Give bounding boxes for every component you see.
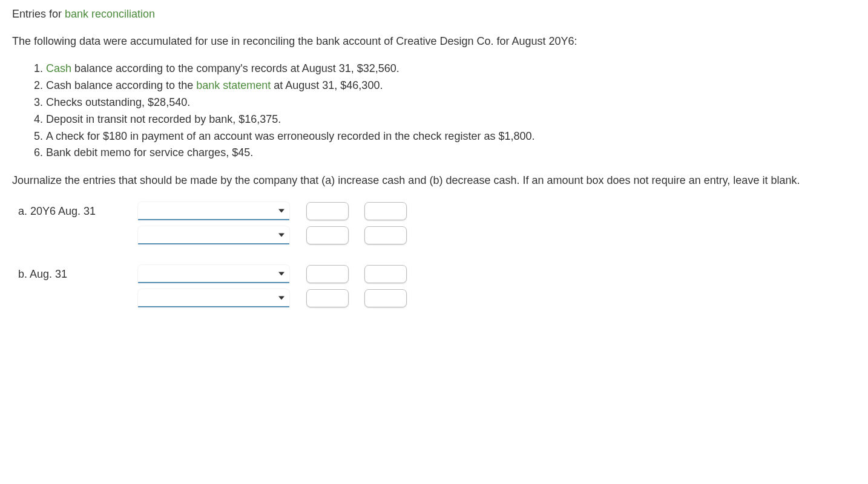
entry-a-label: a. 20Y6 Aug. 31 xyxy=(18,203,127,220)
account-select-b1[interactable] xyxy=(138,265,289,283)
list-keyword: Cash xyxy=(46,62,71,74)
debit-input-a2[interactable] xyxy=(306,226,349,244)
credit-input-b2[interactable] xyxy=(364,289,407,307)
journal-entry-table: a. 20Y6 Aug. 31 b. Aug. 31 xyxy=(18,202,856,307)
account-select-a1[interactable] xyxy=(138,202,289,220)
account-select-b2[interactable] xyxy=(138,289,289,307)
intro-text: The following data were accumulated for … xyxy=(12,33,856,50)
entry-row-b-line2 xyxy=(18,289,856,307)
debit-input-a1[interactable] xyxy=(306,202,349,220)
title-keyword: bank reconciliation xyxy=(65,8,155,20)
list-item: Bank debit memo for service charges, $45… xyxy=(46,145,856,162)
list-item: Deposit in transit not recorded by bank,… xyxy=(46,111,856,128)
credit-input-b1[interactable] xyxy=(364,265,407,283)
page-title: Entries for bank reconciliation xyxy=(12,6,856,22)
credit-input-a1[interactable] xyxy=(364,202,407,220)
instruction-text: Journalize the entries that should be ma… xyxy=(12,172,856,189)
data-list: Cash balance according to the company's … xyxy=(12,60,856,162)
list-text: balance according to the company's recor… xyxy=(71,62,399,74)
list-item: Checks outstanding, $28,540. xyxy=(46,94,856,111)
credit-input-a2[interactable] xyxy=(364,226,407,244)
debit-input-b1[interactable] xyxy=(306,265,349,283)
list-keyword: bank statement xyxy=(196,79,271,91)
list-text: at August 31, $46,300. xyxy=(271,79,383,91)
title-prefix: Entries for xyxy=(12,8,65,20)
list-text: Cash balance according to the xyxy=(46,79,196,91)
list-item: Cash balance according to the bank state… xyxy=(46,77,856,94)
entry-row-a-line1: a. 20Y6 Aug. 31 xyxy=(18,202,856,220)
entry-row-a-line2 xyxy=(18,226,856,244)
list-item: Cash balance according to the company's … xyxy=(46,60,856,77)
entry-row-b-line1: b. Aug. 31 xyxy=(18,265,856,283)
entry-b-label: b. Aug. 31 xyxy=(18,266,127,283)
account-select-a2[interactable] xyxy=(138,226,289,244)
debit-input-b2[interactable] xyxy=(306,289,349,307)
list-item: A check for $180 in payment of an accoun… xyxy=(46,128,856,145)
